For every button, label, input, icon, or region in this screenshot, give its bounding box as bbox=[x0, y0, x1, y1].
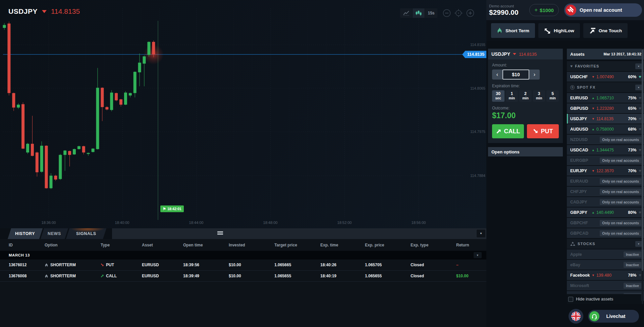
trade-panel-header[interactable]: USDJPY 114.8135 bbox=[488, 49, 563, 59]
account-balance: $2990.00 bbox=[489, 8, 527, 16]
asset-price: 1.344475 bbox=[596, 148, 628, 152]
cell-asset: EURUSD bbox=[142, 263, 183, 267]
amount-input[interactable]: $10 bbox=[502, 69, 529, 80]
asset-row-usdjpy[interactable]: USDJPY▼114.813570%♥ bbox=[567, 114, 644, 124]
assets-scrollbar-thumb[interactable] bbox=[642, 49, 643, 271]
history-row-13676008[interactable]: 13676008SHORTTERMCALLEURUSD18:39:49$10.0… bbox=[0, 271, 486, 282]
asset-row-eurgbp[interactable]: EURGBPOnly on real accounts bbox=[567, 155, 644, 165]
asset-row-audusd[interactable]: AUDUSD▲0.75800068%♥ bbox=[567, 124, 644, 134]
language-selector[interactable] bbox=[569, 309, 583, 324]
asset-row-nzdusd[interactable]: NZDUSDOnly on real accounts bbox=[567, 135, 644, 144]
favorite-heart-icon[interactable]: ♥ bbox=[639, 116, 641, 121]
asset-row-gbpusd[interactable]: GBPUSD▼1.22328065%♥ bbox=[567, 103, 644, 113]
expiration-1-min[interactable]: 1min bbox=[506, 90, 518, 102]
real-accounts-badge: Only on real accounts bbox=[600, 137, 641, 143]
asset-row-usdchf[interactable]: USDCHF▼1.00749060%♥ bbox=[567, 72, 644, 82]
cell-option: SHORTTERM bbox=[45, 263, 101, 267]
svg-text:114.8155: 114.8155 bbox=[470, 43, 485, 47]
trade-type-one-touch[interactable]: One Touch bbox=[583, 23, 628, 38]
favorite-heart-icon[interactable]: ♥ bbox=[639, 210, 641, 215]
asset-row-gbpjpy[interactable]: GBPJPY▲140.449080%♥ bbox=[567, 207, 644, 217]
outcome-label: Outcome: bbox=[492, 106, 559, 110]
asset-row-ebay[interactable]: eBayInactive bbox=[567, 260, 644, 270]
column-header-asset: Asset bbox=[142, 243, 183, 247]
open-real-account-button[interactable]: Open real account bbox=[564, 3, 642, 17]
svg-text:18:48:00: 18:48:00 bbox=[263, 221, 278, 225]
put-arrow-icon bbox=[101, 263, 104, 267]
tab-label: HISTORY bbox=[15, 231, 35, 236]
favorite-heart-icon[interactable]: ♥ bbox=[639, 106, 641, 111]
asset-section-stocks[interactable]: STOCKS▼ bbox=[567, 239, 644, 249]
expiration-5-min[interactable]: 5min bbox=[546, 90, 559, 102]
cell-type: PUT bbox=[101, 263, 142, 267]
asset-payout-percent: 68% bbox=[628, 127, 636, 132]
favorite-heart-icon[interactable]: ♥ bbox=[639, 273, 641, 278]
section-collapse-chevron-icon[interactable]: ▼ bbox=[635, 85, 642, 90]
price-axis-labels: 114.8155114.8065114.7975114.7884 bbox=[470, 43, 485, 178]
group-collapse-chevron-icon[interactable]: ▼ bbox=[474, 252, 482, 258]
favorite-heart-icon[interactable]: ♥ bbox=[639, 95, 641, 100]
price-down-arrow-icon bbox=[513, 53, 516, 55]
asset-row-chfjpy[interactable]: CHFJPYOnly on real accounts bbox=[567, 187, 644, 196]
interval-selector[interactable]: 15s bbox=[425, 8, 437, 18]
expiration-30-sec[interactable]: 30sec bbox=[492, 90, 504, 102]
expiration-3-min[interactable]: 3min bbox=[533, 90, 545, 102]
asset-row-usdcad[interactable]: USDCAD▲1.34447573%♥ bbox=[567, 145, 644, 155]
hide-inactive-checkbox[interactable] bbox=[568, 297, 573, 302]
zoom-in-icon[interactable] bbox=[466, 8, 475, 18]
open-options-header[interactable]: Open options bbox=[488, 147, 563, 156]
favorite-heart-icon[interactable]: ♥ bbox=[639, 74, 641, 79]
trade-type-short-term[interactable]: Short Term bbox=[491, 23, 535, 38]
tab-history[interactable]: HISTORY bbox=[8, 228, 43, 239]
trade-panel-price: 114.8135 bbox=[519, 52, 537, 57]
amount-increase-button[interactable]: › bbox=[529, 69, 540, 80]
expiration-unit: min bbox=[536, 96, 542, 100]
zoom-out-icon[interactable] bbox=[442, 8, 451, 18]
history-row-13676012[interactable]: 13676012SHORTTERMPUTEURUSD18:39:56$10.00… bbox=[0, 260, 486, 271]
candles bbox=[3, 21, 155, 189]
assets-header: Assets Mar 13 2017, 18:41:32 bbox=[567, 49, 644, 59]
asset-row-eurjpy[interactable]: EURJPY▼122.357070%♥ bbox=[567, 166, 644, 176]
refill-balance-button[interactable]: + $1000 bbox=[529, 4, 559, 16]
favorite-heart-icon[interactable]: ♥ bbox=[639, 127, 641, 132]
panel-resize-handle[interactable] bbox=[217, 231, 223, 235]
asset-row-gbpchf[interactable]: GBPCHFOnly on real accounts bbox=[567, 218, 644, 228]
favorite-heart-icon[interactable]: ♥ bbox=[639, 168, 641, 173]
asset-row-euraud[interactable]: EURAUDOnly on real accounts bbox=[567, 176, 644, 186]
asset-row-facebook[interactable]: Facebook▼139.48078%♥ bbox=[567, 270, 644, 280]
chart-canvas[interactable]: 114.8155114.8065114.7975114.788418:36:00… bbox=[0, 0, 486, 228]
chart-zoom-controls bbox=[442, 8, 475, 18]
favorite-heart-icon[interactable]: ♥ bbox=[639, 147, 641, 152]
expiration-unit: sec bbox=[495, 96, 501, 100]
asset-name: CHFJPY bbox=[570, 189, 592, 194]
history-panel: HISTORYNEWSSIGNALS ▼ IDOptionTypeAssetOp… bbox=[0, 228, 486, 327]
real-accounts-badge: Only on real accounts bbox=[600, 189, 641, 195]
price-down-arrow-icon: ▼ bbox=[592, 274, 595, 277]
history-group-row[interactable]: MARCH 13 ▼ bbox=[0, 251, 486, 260]
inactive-badge: Inactive bbox=[624, 262, 641, 268]
asset-row-microsoft[interactable]: MicrosoftInactive bbox=[567, 281, 644, 290]
chart-area[interactable]: 114.8155114.8065114.7975114.788418:36:00… bbox=[0, 0, 486, 228]
amount-decrease-button[interactable]: ‹ bbox=[492, 69, 502, 80]
expiration-2-min[interactable]: 2min bbox=[519, 90, 532, 102]
asset-section-spot-fx[interactable]: SSPOT FX▼ bbox=[567, 82, 644, 92]
asset-row-gbpcad[interactable]: GBPCADOnly on real accounts bbox=[567, 228, 644, 238]
asset-row-eurusd[interactable]: EURUSD▲1.06571075%♥ bbox=[567, 93, 644, 103]
call-button[interactable]: CALL bbox=[492, 124, 524, 138]
tab-signals[interactable]: SIGNALS bbox=[66, 228, 106, 239]
tab-news[interactable]: NEWS bbox=[41, 228, 68, 239]
asset-row-cadjpy[interactable]: CADJPYOnly on real accounts bbox=[567, 197, 644, 207]
price-down-arrow-icon: ▼ bbox=[592, 75, 595, 79]
line-chart-icon[interactable] bbox=[400, 8, 413, 18]
asset-section-favorites[interactable]: ♥FAVORITES▼ bbox=[567, 61, 644, 71]
section-collapse-chevron-icon[interactable]: ▼ bbox=[635, 241, 642, 247]
put-button[interactable]: PUT bbox=[527, 124, 559, 138]
asset-row-apple[interactable]: AppleInactive bbox=[567, 249, 644, 259]
column-header-exp-price: Exp. price bbox=[365, 243, 411, 247]
section-collapse-chevron-icon[interactable]: ▼ bbox=[635, 63, 642, 69]
trade-type-high-low[interactable]: High\Low bbox=[538, 23, 580, 38]
collapse-panel-chevron-icon[interactable]: ▼ bbox=[477, 230, 485, 237]
livechat-button[interactable]: Livechat bbox=[588, 310, 639, 323]
crosshair-icon[interactable] bbox=[454, 8, 463, 18]
candlestick-icon[interactable] bbox=[413, 8, 425, 18]
